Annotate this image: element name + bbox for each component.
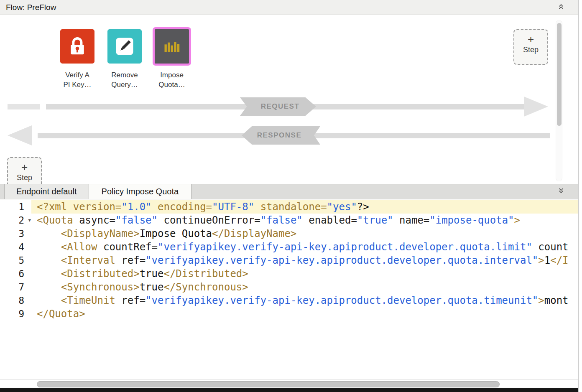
add-step-button-request[interactable]: + Step (513, 29, 548, 65)
editor-tab-bar: Endpoint default Policy Impose Quota (0, 184, 578, 199)
code-line-text[interactable]: </Quota> (31, 307, 578, 321)
policy-label: Verify A PI Key… (63, 70, 91, 89)
step-label: Step (17, 173, 32, 182)
code-line[interactable]: 5 <Interval ref="verifyapikey.verify-api… (0, 254, 578, 267)
code-line-text[interactable]: <Interval ref="verifyapikey.verify-api-k… (31, 254, 578, 267)
line-number: 9 (0, 307, 31, 321)
collapse-flow-button[interactable] (556, 2, 567, 13)
flow-scrollbar-track[interactable] (556, 20, 562, 181)
add-step-button-response[interactable]: + Step (7, 157, 42, 184)
plus-icon: + (528, 34, 534, 45)
tab-endpoint-default[interactable]: Endpoint default (4, 184, 89, 199)
line-number: 6 (0, 267, 31, 280)
code-line-text[interactable]: <Quota async="false" continueOnError="fa… (31, 214, 578, 227)
response-arrow-icon (8, 125, 32, 145)
code-line-text[interactable]: <Synchronous>true</Synchronous> (31, 280, 578, 294)
editor-hscrollbar-thumb[interactable] (37, 381, 500, 387)
policy-impose-quota[interactable]: Impose Quota… (153, 29, 190, 89)
policy-list: Verify A PI Key… (59, 29, 190, 89)
flow-scrollbar-thumb[interactable] (557, 23, 562, 126)
line-number: 1 (0, 200, 31, 214)
policy-verify-api-key[interactable]: Verify A PI Key… (59, 29, 96, 89)
flow-title: Flow: PreFlow (6, 3, 56, 12)
bottom-edge (0, 388, 578, 392)
flow-header: Flow: PreFlow (0, 0, 578, 15)
editor-hscrollbar-track[interactable] (0, 379, 578, 388)
code-line[interactable]: 4 <Allow countRef="verifyapikey.verify-a… (0, 240, 578, 254)
code-line[interactable]: 2▾<Quota async="false" continueOnError="… (0, 214, 578, 227)
code-line-text[interactable]: <Distributed>true</Distributed> (31, 267, 578, 280)
xml-code-editor[interactable]: 1<?xml version="1.0" encoding="UTF-8" st… (0, 199, 578, 379)
request-badge: REQUEST (240, 97, 316, 116)
policy-remove-query[interactable]: Remove Query… (106, 29, 143, 89)
code-line-text[interactable]: <DisplayName>Impose Quota</DisplayName> (31, 227, 578, 240)
line-number: 5 (0, 254, 31, 267)
code-line-text[interactable]: <TimeUnit ref="verifyapikey.verify-api-k… (31, 294, 578, 307)
code-line-text[interactable]: <?xml version="1.0" encoding="UTF-8" sta… (31, 200, 578, 214)
line-number: 2▾ (0, 214, 31, 227)
code-line[interactable]: 3 <DisplayName>Impose Quota</DisplayName… (0, 227, 578, 240)
lock-icon (60, 29, 94, 64)
flow-canvas: Verify A PI Key… (0, 15, 578, 184)
response-badge: RESPONSE (242, 126, 320, 145)
line-number: 3 (0, 227, 31, 240)
code-line[interactable]: 1<?xml version="1.0" encoding="UTF-8" st… (0, 200, 578, 214)
code-line[interactable]: 7 <Synchronous>true</Synchronous> (0, 280, 578, 294)
policy-label: Impose Quota… (158, 70, 185, 89)
step-label: Step (523, 46, 539, 54)
request-lane-stub (8, 104, 40, 109)
collapse-editor-button[interactable] (556, 186, 567, 197)
policy-label: Remove Query… (111, 70, 138, 89)
code-line[interactable]: 9</Quota> (0, 307, 578, 321)
pencil-icon (107, 29, 142, 64)
plus-icon: + (21, 162, 28, 173)
fold-arrow-icon[interactable]: ▾ (28, 214, 31, 227)
line-number: 8 (0, 294, 31, 307)
code-line-text[interactable]: <Allow countRef="verifyapikey.verify-api… (31, 240, 578, 254)
bar-chart-icon (153, 27, 191, 66)
line-number: 4 (0, 240, 31, 254)
line-number: 7 (0, 280, 31, 294)
code-line[interactable]: 6 <Distributed>true</Distributed> (0, 267, 578, 280)
app-panel: Flow: PreFlow (0, 0, 579, 392)
chevron-double-up-icon (558, 3, 564, 12)
apigee-flow-editor: Flow: PreFlow (0, 0, 582, 392)
chevron-double-down-icon (558, 187, 564, 196)
request-arrow-icon (524, 97, 548, 117)
tab-policy-impose-quota[interactable]: Policy Impose Quota (89, 184, 192, 199)
code-line[interactable]: 8 <TimeUnit ref="verifyapikey.verify-api… (0, 294, 578, 307)
